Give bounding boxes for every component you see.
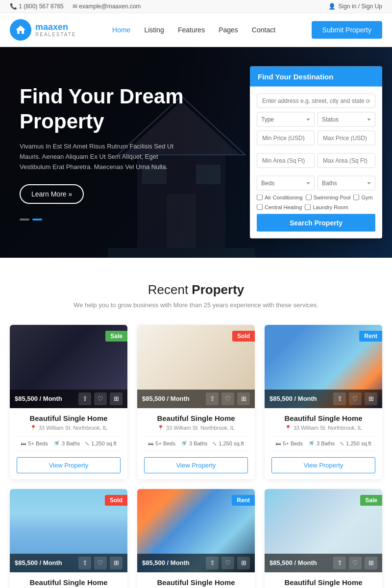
share-button[interactable]: ⇧ — [206, 392, 219, 405]
card-image-wrap: Rent $85,500 / Month ⇧ ♡ ⊞ — [265, 325, 382, 408]
gallery-button[interactable]: ⊞ — [110, 392, 122, 405]
card-actions: ⇧ ♡ ⊞ — [333, 557, 377, 569]
card-title: Beautiful Single Home — [144, 578, 248, 587]
gallery-button[interactable]: ⊞ — [237, 392, 250, 405]
laundry-room-checkbox[interactable] — [305, 204, 311, 210]
baths-select[interactable]: Baths 1234 — [318, 176, 375, 191]
nav-features[interactable]: Features — [178, 26, 205, 34]
view-property-button[interactable]: View Property — [144, 457, 248, 473]
price-row — [257, 131, 375, 149]
area-icon: ⤡ — [212, 441, 217, 447]
top-bar: 📞 1 (800) 567 8765 ✉ example@maaxen.com … — [0, 0, 392, 13]
beds-feature: 🛏 5+ Beds — [148, 441, 175, 447]
card-price-row: $85,500 / Month ⇧ ♡ ⊞ — [10, 554, 127, 572]
favorite-button[interactable]: ♡ — [349, 557, 362, 569]
gym-checkbox[interactable] — [353, 195, 359, 200]
swimming-pool-checkbox[interactable] — [306, 195, 312, 200]
hero-dot-2[interactable] — [32, 219, 42, 220]
gym-label[interactable]: Gym — [353, 195, 372, 200]
share-button[interactable]: ⇧ — [206, 557, 219, 569]
email-address: example@maaxen.com — [79, 3, 141, 10]
card-image-wrap: Sold $85,500 / Month ⇧ ♡ ⊞ — [10, 489, 127, 572]
property-card: Rent $85,500 / Month ⇧ ♡ ⊞ Beautiful Sin… — [265, 325, 382, 479]
favorite-button[interactable]: ♡ — [94, 557, 107, 569]
top-bar-left: 📞 1 (800) 567 8765 ✉ example@maaxen.com — [10, 3, 141, 10]
min-area-input[interactable] — [257, 153, 315, 168]
card-image-wrap: Rent $85,500 / Month ⇧ ♡ ⊞ — [137, 489, 255, 572]
favorite-button[interactable]: ♡ — [221, 392, 234, 405]
share-button[interactable]: ⇧ — [78, 392, 91, 405]
nav-listing[interactable]: Listing — [144, 26, 164, 34]
central-heating-checkbox[interactable] — [257, 204, 263, 210]
area-icon: ⤡ — [85, 441, 89, 447]
share-button[interactable]: ⇧ — [78, 557, 91, 569]
air-conditioning-label[interactable]: Air Conditioning — [257, 195, 303, 200]
card-badge: Sold — [232, 331, 255, 342]
favorite-button[interactable]: ♡ — [221, 557, 234, 569]
favorite-button[interactable]: ♡ — [94, 392, 107, 405]
location-icon: 📍 — [30, 425, 37, 431]
gallery-button[interactable]: ⊞ — [237, 557, 250, 569]
card-price-row: $85,500 / Month ⇧ ♡ ⊞ — [137, 554, 255, 572]
view-property-button[interactable]: View Property — [271, 457, 375, 473]
area-icon: ⤡ — [340, 441, 344, 447]
search-property-button[interactable]: Search Property — [257, 214, 375, 232]
card-price: $85,500 / Month — [270, 395, 317, 402]
card-image-wrap: Sale $85,500 / Month ⇧ ♡ ⊞ — [265, 489, 382, 572]
air-conditioning-checkbox[interactable] — [257, 195, 263, 200]
share-button[interactable]: ⇧ — [333, 557, 346, 569]
max-area-input[interactable] — [318, 153, 375, 168]
min-price-input[interactable] — [257, 131, 315, 146]
card-price: $85,500 / Month — [15, 395, 62, 402]
card-image-wrap: Sold $85,500 / Month ⇧ ♡ ⊞ — [137, 325, 255, 408]
brand-sub: RealEstate — [35, 32, 76, 37]
max-price-input[interactable] — [318, 131, 375, 146]
property-card: Sale $85,500 / Month ⇧ ♡ ⊞ Beautiful Sin… — [10, 325, 127, 479]
status-select[interactable]: Status For Sale For Rent Sold — [318, 112, 375, 127]
user-icon: 👤 — [328, 3, 336, 10]
favorite-button[interactable]: ♡ — [349, 392, 362, 405]
gallery-button[interactable]: ⊞ — [110, 557, 122, 569]
card-body: Beautiful Single Home 📍 33 William St. N… — [137, 572, 255, 588]
card-title: Beautiful Single Home — [144, 414, 248, 422]
address-input[interactable] — [257, 94, 375, 108]
central-heating-label[interactable]: Central Heating — [257, 204, 302, 210]
area-feature: ⤡ 1,250 sq.ft — [85, 441, 116, 447]
gallery-button[interactable]: ⊞ — [365, 392, 377, 405]
signin-link[interactable]: Sign in / Sign Up — [339, 3, 382, 10]
property-card: Sold $85,500 / Month ⇧ ♡ ⊞ Beautiful Sin… — [137, 325, 255, 479]
baths-feature: 🚿 3 Baths — [53, 441, 80, 447]
card-price-row: $85,500 / Month ⇧ ♡ ⊞ — [265, 390, 382, 408]
nav-home[interactable]: Home — [112, 26, 130, 34]
swimming-pool-label[interactable]: Swimming Pool — [306, 195, 351, 200]
hero-description: Vivamus In Est Sit Amet Risus Rutrum Fac… — [20, 142, 176, 172]
card-body: Beautiful Single Home 📍 33 William St. N… — [10, 408, 127, 479]
card-address: 📍 33 William St. Northbrook, IL — [17, 425, 121, 431]
card-body: Beautiful Single Home 📍 33 William St. N… — [265, 572, 382, 588]
bath-icon: 🚿 — [53, 441, 60, 447]
laundry-room-label[interactable]: Laundry Room — [305, 204, 348, 210]
baths-feature: 🚿 3 Baths — [308, 441, 335, 447]
type-select[interactable]: Type House Apartment Commercial — [257, 112, 315, 127]
phone-icon: 📞 — [10, 3, 17, 10]
card-price-row: $85,500 / Month ⇧ ♡ ⊞ — [10, 390, 127, 408]
top-bar-right[interactable]: 👤 Sign in / Sign Up — [328, 3, 382, 10]
nav-contact[interactable]: Contact — [252, 26, 275, 34]
card-price: $85,500 / Month — [270, 559, 317, 566]
card-address: 📍 33 William St. Northbrook, IL — [271, 425, 375, 431]
nav-pages[interactable]: Pages — [219, 26, 238, 34]
share-button[interactable]: ⇧ — [333, 392, 346, 405]
gallery-button[interactable]: ⊞ — [365, 557, 377, 569]
learn-more-button[interactable]: Learn More » — [20, 184, 84, 204]
hero-dot-1[interactable] — [20, 219, 29, 220]
amenities-row2: Central Heating Laundry Room — [257, 204, 375, 210]
submit-property-button[interactable]: Submit Property — [312, 21, 382, 39]
phone-number: 1 (800) 567 8765 — [19, 3, 63, 10]
property-card: Sold $85,500 / Month ⇧ ♡ ⊞ Beautiful Sin… — [10, 489, 127, 588]
card-body: Beautiful Single Home 📍 33 William St. N… — [10, 572, 127, 588]
type-status-row: Type House Apartment Commercial Status F… — [257, 112, 375, 127]
view-property-button[interactable]: View Property — [17, 457, 121, 473]
card-actions: ⇧ ♡ ⊞ — [78, 392, 122, 405]
address-text: 33 William St. Northbrook, IL — [166, 425, 235, 431]
beds-select[interactable]: Beds 12345+ — [257, 176, 315, 191]
